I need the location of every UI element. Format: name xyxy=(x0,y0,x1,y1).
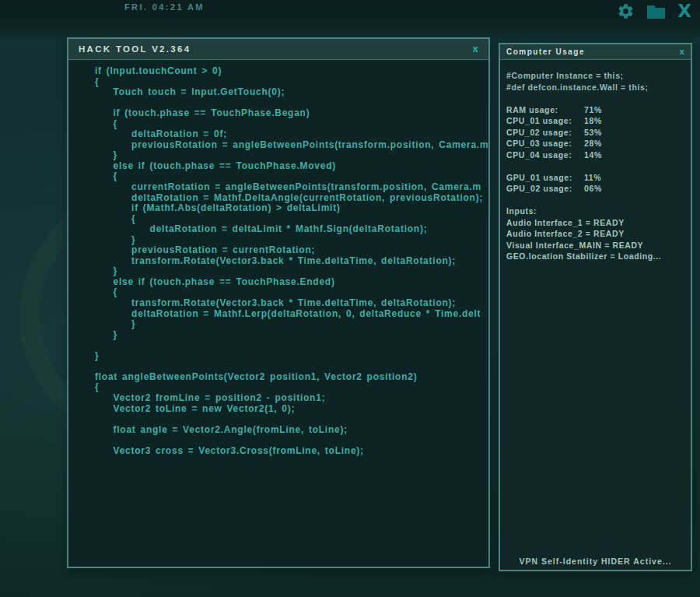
usage-stat-row: CPU_01 usage:18% xyxy=(506,115,684,127)
hack-tool-close-icon[interactable]: x xyxy=(472,44,478,54)
computer-usage-close-icon[interactable]: x xyxy=(680,47,684,56)
input-status-line: Visual Interface_MAIN = READY xyxy=(506,240,684,251)
computer-usage-panel: Computer Usage x #Computer Instance = th… xyxy=(499,43,692,571)
computer-usage-title: Computer Usage xyxy=(506,47,585,56)
top-status-bar: FRI. 04:21 AM X xyxy=(0,0,700,25)
vpn-status: VPN Self-Identity HIDER Active... xyxy=(500,557,691,566)
usage-stats: RAM usage:71%CPU_01 usage:18%CPU_02 usag… xyxy=(506,104,684,161)
hack-tool-titlebar: HACK TOOL V2.364 x xyxy=(68,39,488,60)
computer-usage-body: #Computer Instance = this; #def defcon.i… xyxy=(500,60,691,262)
close-icon[interactable]: X xyxy=(677,2,691,21)
usage-stat-row: CPU_04 usage:14% xyxy=(506,149,684,161)
gpu-stats: GPU_01 usage:11%GPU_02 usage:06% xyxy=(506,172,684,195)
settings-gear-icon[interactable] xyxy=(617,2,635,20)
usage-stat-row: CPU_02 usage:53% xyxy=(506,127,684,139)
instance-line: #def defcon.instance.Wall = this; xyxy=(506,82,684,93)
code-editor: if (Input.touchCount > 0) { Touch touch … xyxy=(68,60,488,588)
input-status-line: Audio Interface_1 = READY xyxy=(506,217,684,229)
usage-stat-row: RAM usage:71% xyxy=(506,104,684,116)
input-status-line: Audio Interface_2 = READY xyxy=(506,228,684,240)
hack-tool-window: HACK TOOL V2.364 x if (Input.touchCount … xyxy=(67,37,490,568)
usage-stat-row: CPU_03 usage:28% xyxy=(506,138,684,149)
hack-tool-title: HACK TOOL V2.364 xyxy=(79,44,191,54)
input-status-line: GEO.location Stabilizer = Loading... xyxy=(506,251,684,262)
inputs-list: Audio Interface_1 = READYAudio Interface… xyxy=(506,217,684,262)
usage-stat-row: GPU_01 usage:11% xyxy=(506,172,684,184)
instance-line: #Computer Instance = this; xyxy=(506,70,684,82)
clock-label: FRI. 04:21 AM xyxy=(124,2,205,12)
usage-stat-row: GPU_02 usage:06% xyxy=(506,183,684,195)
inputs-label: Inputs: xyxy=(506,205,684,217)
computer-usage-titlebar: Computer Usage x xyxy=(500,44,691,60)
folder-icon[interactable] xyxy=(646,3,666,19)
